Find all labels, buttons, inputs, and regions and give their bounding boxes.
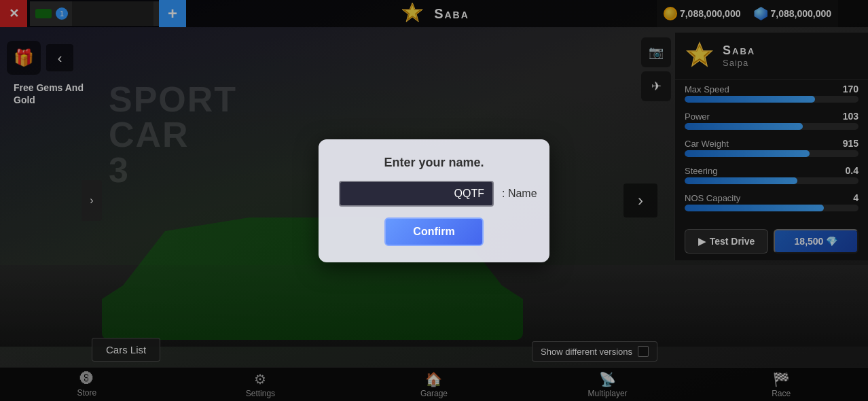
dialog-overlay: Enter your name. : Name Confirm	[0, 0, 868, 401]
name-label: : Name	[502, 188, 537, 200]
name-input[interactable]	[339, 181, 494, 207]
name-dialog: Enter your name. : Name Confirm	[319, 139, 549, 262]
confirm-button[interactable]: Confirm	[384, 217, 483, 246]
name-input-row: : Name	[339, 181, 529, 207]
dialog-title: Enter your name.	[384, 156, 484, 170]
